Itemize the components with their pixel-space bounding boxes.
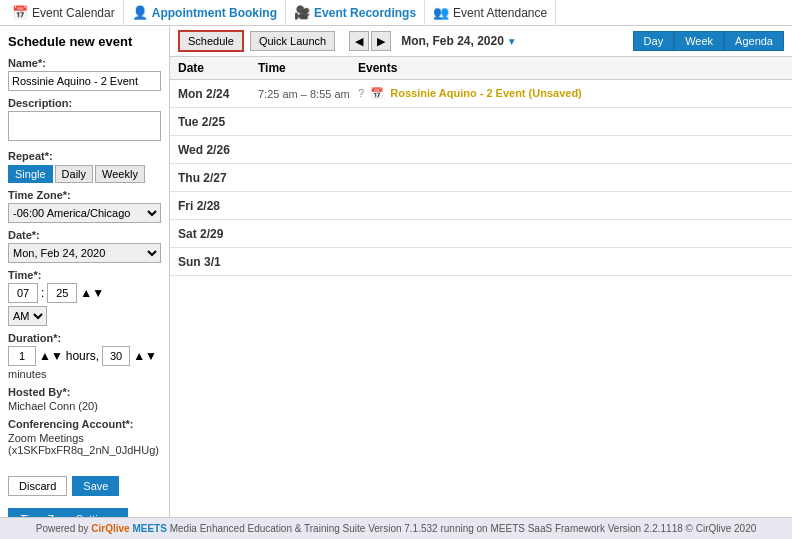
calendar-row: Sun 3/1 <box>170 248 792 276</box>
calendar-grid: Date Time Events Mon 2/24 7:25 am – 8:55… <box>170 57 792 517</box>
tab-appointment-booking[interactable]: 👤 Appointment Booking <box>124 0 286 26</box>
agenda-view-button[interactable]: Agenda <box>724 31 784 51</box>
row-date-3: Thu 2/27 <box>178 171 258 185</box>
quick-launch-button[interactable]: Quick Launch <box>250 31 335 51</box>
duration-hours-label: hours, <box>66 349 99 363</box>
main-container: Schedule new event Name*: Description: R… <box>0 26 792 517</box>
row-date-4: Fri 2/28 <box>178 199 258 213</box>
duration-minutes-label: minutes <box>8 368 161 380</box>
week-view-button[interactable]: Week <box>674 31 724 51</box>
time-row: : ▲▼ <box>8 283 161 303</box>
event-question-icon: ? <box>358 87 364 99</box>
next-arrow-button[interactable]: ▶ <box>371 31 391 51</box>
footer: Powered by CirQlive MEETS Media Enhanced… <box>0 517 792 539</box>
repeat-buttons: Single Daily Weekly <box>8 165 161 183</box>
footer-text: Powered by CirQlive MEETS Media Enhanced… <box>36 523 757 534</box>
save-button[interactable]: Save <box>72 476 119 496</box>
prev-arrow-button[interactable]: ◀ <box>349 31 369 51</box>
duration-label: Duration*: <box>8 332 161 344</box>
recordings-icon: 🎥 <box>294 5 310 20</box>
calendar-row: Fri 2/28 <box>170 192 792 220</box>
date-dropdown-icon[interactable]: ▼ <box>507 36 517 47</box>
appointment-icon: 👤 <box>132 5 148 20</box>
current-date-text: Mon, Feb 24, 2020 <box>401 34 504 48</box>
tab-event-calendar-label: Event Calendar <box>32 6 115 20</box>
top-nav: 📅 Event Calendar 👤 Appointment Booking 🎥… <box>0 0 792 26</box>
tab-event-recordings[interactable]: 🎥 Event Recordings <box>286 0 425 26</box>
right-panel: Schedule Quick Launch ◀ ▶ Mon, Feb 24, 2… <box>170 26 792 517</box>
discard-button[interactable]: Discard <box>8 476 67 496</box>
col-date-header: Date <box>178 61 258 75</box>
left-panel: Schedule new event Name*: Description: R… <box>0 26 170 517</box>
calendar-row: Sat 2/29 <box>170 220 792 248</box>
tab-appointment-booking-label: Appointment Booking <box>152 6 277 20</box>
hosted-by-label: Hosted By*: <box>8 386 161 398</box>
time-label: Time*: <box>8 269 161 281</box>
repeat-single-btn[interactable]: Single <box>8 165 53 183</box>
description-input[interactable] <box>8 111 161 141</box>
event-link-0[interactable]: Rossinie Aquino - 2 Event (Unsaved) <box>390 87 582 99</box>
hosted-by-value: Michael Conn (20) <box>8 400 161 412</box>
day-view-button[interactable]: Day <box>633 31 675 51</box>
description-label: Description: <box>8 97 161 109</box>
duration-row: ▲▼ hours, ▲▼ <box>8 346 161 366</box>
event-calendar-icon: 📅 <box>370 87 384 99</box>
repeat-label: Repeat*: <box>8 150 161 162</box>
row-time-0: 7:25 am – 8:55 am <box>258 88 358 100</box>
conferencing-value: Zoom Meetings (x1SKFbxFR8q_2nN_0JdHUg) <box>8 432 161 456</box>
duration-minutes-input[interactable] <box>102 346 130 366</box>
row-event-0: ? 📅 Rossinie Aquino - 2 Event (Unsaved) <box>358 87 784 100</box>
row-date-0: Mon 2/24 <box>178 87 258 101</box>
panel-title: Schedule new event <box>8 34 161 49</box>
time-minute-input[interactable] <box>47 283 77 303</box>
tab-event-recordings-label: Event Recordings <box>314 6 416 20</box>
calendar-row: Wed 2/26 <box>170 136 792 164</box>
brand-meets: MEETS <box>132 523 166 534</box>
brand-cirqlive: CirQlive <box>91 523 129 534</box>
calendar-toolbar: Schedule Quick Launch ◀ ▶ Mon, Feb 24, 2… <box>170 26 792 57</box>
view-buttons: Day Week Agenda <box>633 31 784 51</box>
tab-event-calendar[interactable]: 📅 Event Calendar <box>4 0 124 26</box>
row-date-1: Tue 2/25 <box>178 115 258 129</box>
timezone-select[interactable]: -06:00 America/Chicago <box>8 203 161 223</box>
duration-hours-input[interactable] <box>8 346 36 366</box>
calendar-row: Thu 2/27 <box>170 164 792 192</box>
calendar-row: Mon 2/24 7:25 am – 8:55 am ? 📅 Rossinie … <box>170 80 792 108</box>
row-date-2: Wed 2/26 <box>178 143 258 157</box>
calendar-row: Tue 2/25 <box>170 108 792 136</box>
time-hour-input[interactable] <box>8 283 38 303</box>
date-select[interactable]: Mon, Feb 24, 2020 <box>8 243 161 263</box>
calendar-icon: 📅 <box>12 5 28 20</box>
col-events-header: Events <box>358 61 784 75</box>
conferencing-label: Conferencing Account*: <box>8 418 161 430</box>
name-input[interactable] <box>8 71 161 91</box>
timezone-label: Time Zone*: <box>8 189 161 201</box>
repeat-weekly-btn[interactable]: Weekly <box>95 165 145 183</box>
col-time-header: Time <box>258 61 358 75</box>
current-date-display: Mon, Feb 24, 2020 ▼ <box>401 34 517 48</box>
name-label: Name*: <box>8 57 161 69</box>
repeat-daily-btn[interactable]: Daily <box>55 165 93 183</box>
nav-arrows: ◀ ▶ <box>349 31 391 51</box>
ampm-select[interactable]: AM PM <box>8 306 47 326</box>
row-date-5: Sat 2/29 <box>178 227 258 241</box>
tab-event-attendance-label: Event Attendance <box>453 6 547 20</box>
attendance-icon: 👥 <box>433 5 449 20</box>
row-date-6: Sun 3/1 <box>178 255 258 269</box>
schedule-button[interactable]: Schedule <box>178 30 244 52</box>
date-label: Date*: <box>8 229 161 241</box>
tab-event-attendance[interactable]: 👥 Event Attendance <box>425 0 556 26</box>
calendar-header: Date Time Events <box>170 57 792 80</box>
timezone-settings-button[interactable]: Time Zone Settings <box>8 508 128 517</box>
